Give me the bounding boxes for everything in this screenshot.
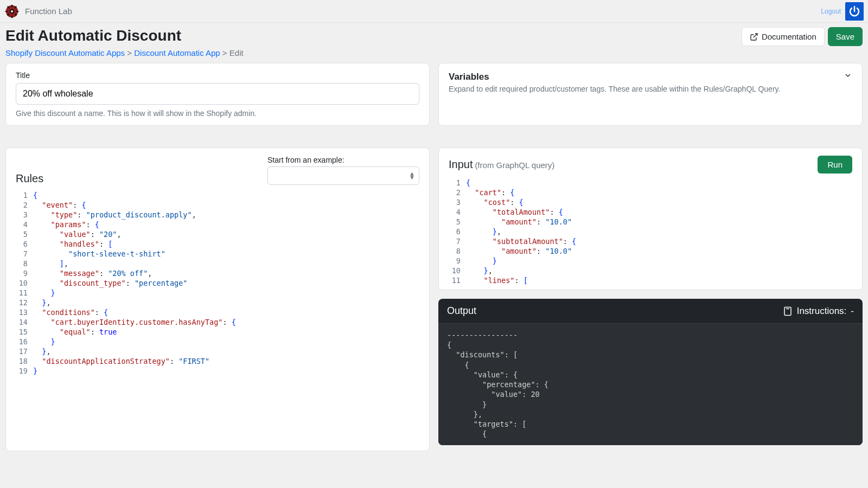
example-select[interactable] bbox=[267, 166, 419, 185]
breadcrumb-current: Edit bbox=[229, 48, 244, 57]
chevron-down-icon bbox=[844, 71, 852, 82]
run-button[interactable]: Run bbox=[818, 156, 852, 174]
documentation-button[interactable]: Documentation bbox=[742, 27, 825, 46]
app-name: Function Lab bbox=[25, 7, 72, 16]
input-card: Input (from GraphQL query) Run 123456789… bbox=[438, 147, 863, 290]
external-link-icon bbox=[750, 33, 758, 41]
extension-power-icon[interactable] bbox=[845, 2, 864, 21]
example-label: Start from an example: bbox=[267, 156, 419, 164]
topbar: Function Lab Logout bbox=[0, 0, 868, 23]
breadcrumb-link-1[interactable]: Shopify Discount Automatic Apps bbox=[5, 48, 125, 57]
input-title: Input bbox=[449, 158, 473, 170]
output-title: Output bbox=[447, 305, 476, 317]
svg-point-10 bbox=[11, 10, 13, 12]
variables-desc: Expand to edit required product/customer… bbox=[449, 85, 852, 93]
input-editor[interactable]: 123456789101112 { "cart": { "cost": { "t… bbox=[444, 176, 857, 284]
svg-rect-5 bbox=[16, 10, 18, 11]
svg-rect-3 bbox=[11, 16, 12, 18]
rules-editor[interactable]: 12345678910111213141516171819 { "event":… bbox=[11, 188, 424, 376]
title-card: Title Give this discount a name. This is… bbox=[5, 63, 430, 126]
output-body: ---------------- { "discounts": [ { "val… bbox=[438, 324, 863, 445]
documentation-label: Documentation bbox=[762, 32, 816, 41]
variables-title: Variables bbox=[449, 72, 489, 82]
title-label: Title bbox=[16, 71, 419, 80]
title-input[interactable] bbox=[16, 83, 419, 105]
page-header: Edit Automatic Discount Documentation Sa… bbox=[0, 23, 868, 48]
calculator-icon bbox=[783, 306, 793, 316]
variables-card[interactable]: Variables Expand to edit required produc… bbox=[438, 63, 863, 126]
input-sub: (from GraphQL query) bbox=[475, 160, 554, 170]
title-help: Give this discount a name. This is how i… bbox=[16, 109, 419, 118]
svg-rect-2 bbox=[11, 4, 12, 7]
breadcrumb: Shopify Discount Automatic Apps > Discou… bbox=[0, 48, 868, 63]
svg-line-11 bbox=[754, 34, 757, 37]
save-button[interactable]: Save bbox=[828, 27, 863, 46]
breadcrumb-sep: > bbox=[127, 48, 132, 57]
instructions-value: - bbox=[851, 306, 854, 317]
output-card: Output Instructions: - ---------------- … bbox=[438, 299, 863, 445]
breadcrumb-sep: > bbox=[222, 48, 227, 57]
breadcrumb-link-2[interactable]: Discount Automatic App bbox=[134, 48, 220, 57]
svg-rect-4 bbox=[5, 10, 8, 11]
instructions-label: Instructions: bbox=[797, 306, 847, 317]
rules-title: Rules bbox=[16, 172, 43, 185]
app-logo bbox=[4, 4, 20, 19]
logout-link[interactable]: Logout bbox=[821, 8, 841, 15]
rules-card: Rules Start from an example: ▲▼ 12345678… bbox=[5, 147, 430, 451]
page-title: Edit Automatic Discount bbox=[5, 27, 181, 44]
